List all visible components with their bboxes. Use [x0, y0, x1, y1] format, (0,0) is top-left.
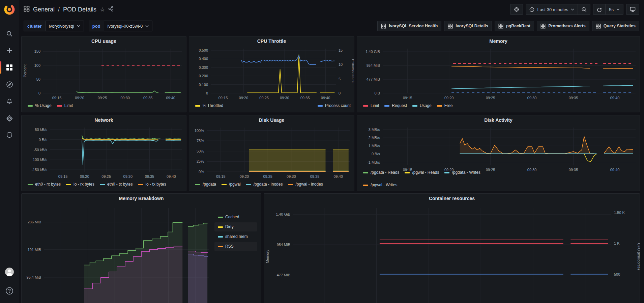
legend-item[interactable]: % Usage — [28, 102, 52, 109]
container-resources-chart[interactable]: 09:1509:2009:2509:3009:3509:400 B477 MiB… — [264, 194, 640, 303]
time-range-label: Last 30 minutes — [537, 7, 568, 12]
svg-text:25%: 25% — [197, 159, 204, 163]
memory-chart[interactable]: 09:1509:2009:2509:3009:3509:400 B477 MiB… — [357, 36, 640, 112]
legend-item[interactable]: /pgdata - Reads — [363, 169, 399, 176]
panel-title[interactable]: CPU Throttle — [189, 38, 354, 44]
panel-title[interactable]: Disk Usage — [189, 117, 354, 123]
svg-text:100%: 100% — [195, 129, 204, 133]
server-admin-shield-icon[interactable] — [0, 128, 19, 142]
kiosk-mode-button[interactable] — [626, 4, 639, 15]
refresh-button[interactable] — [593, 4, 606, 15]
legend-item[interactable]: eth0 - tx bytes — [100, 181, 133, 188]
svg-text:09:15: 09:15 — [218, 96, 228, 100]
legend-item[interactable]: /pgdata - Inodes — [246, 181, 283, 188]
legend-item[interactable]: Request — [384, 102, 407, 109]
chevron-down-icon — [77, 25, 80, 27]
legend-item[interactable]: Process count — [318, 102, 351, 109]
dashboard-link-button[interactable]: IvorySQLDetails — [444, 21, 492, 31]
dashboard-settings-button[interactable] — [510, 4, 523, 15]
legend-item[interactable]: /pgwal - Inodes — [288, 181, 323, 188]
panel-title[interactable]: Memory — [357, 38, 640, 44]
legend-item[interactable]: shared mem — [214, 232, 257, 241]
legend-label: % Usage — [35, 102, 52, 109]
dashboards-icon[interactable] — [0, 60, 19, 75]
dashboard-link-button[interactable]: Prometheus Alerts — [537, 21, 589, 31]
create-plus-icon[interactable] — [0, 43, 19, 58]
svg-text:5: 5 — [339, 77, 341, 81]
legend-item[interactable]: /pgwal — [222, 181, 241, 188]
zoom-out-button[interactable] — [578, 4, 590, 15]
svg-text:09:25: 09:25 — [98, 96, 107, 100]
time-range-picker[interactable]: Last 30 minutes — [526, 4, 578, 15]
legend-item[interactable]: /pgdata - Writes — [444, 169, 480, 176]
legend-item[interactable]: Limit — [57, 102, 73, 109]
legend-item[interactable]: RSS — [214, 242, 257, 251]
legend-swatch — [384, 105, 389, 107]
svg-text:09:40: 09:40 — [167, 174, 176, 178]
panel-title[interactable]: Network — [22, 117, 186, 123]
variable-cluster-value[interactable]: ivory:ivorysql — [45, 21, 84, 31]
dashboard-link-button[interactable]: Query Statistics — [592, 21, 639, 31]
legend-item[interactable]: /pgwal - Reads — [405, 169, 439, 176]
breadcrumb-section[interactable]: General — [33, 6, 55, 13]
legend-label: /pgwal - Writes — [371, 182, 397, 189]
alerting-bell-icon[interactable] — [0, 94, 19, 109]
svg-text:0 B/s: 0 B/s — [372, 152, 380, 156]
svg-text:0: 0 — [206, 91, 208, 95]
svg-text:50 kB/s: 50 kB/s — [35, 128, 47, 132]
legend-item[interactable]: Free — [437, 102, 453, 109]
gear-icon — [514, 7, 519, 12]
user-avatar[interactable] — [0, 265, 19, 279]
dashboard-link-button[interactable]: IvorySQL Service Health — [377, 21, 441, 31]
svg-text:954 MiB: 954 MiB — [277, 243, 290, 247]
svg-text:09:30: 09:30 — [123, 174, 133, 178]
legend-item[interactable]: eth0 - rx bytes — [28, 181, 61, 188]
svg-text:09:35: 09:35 — [310, 174, 320, 178]
refresh-interval-label: 5s — [609, 7, 614, 12]
svg-text:09:40: 09:40 — [610, 96, 620, 100]
legend-label: Request — [392, 102, 407, 109]
legend-item[interactable]: /pgwal - Writes — [363, 182, 397, 189]
svg-text:1 MB/s: 1 MB/s — [369, 144, 380, 148]
configuration-gear-icon[interactable] — [0, 111, 19, 126]
svg-text:09:20: 09:20 — [240, 174, 249, 178]
legend-item[interactable]: Dirty — [214, 222, 257, 231]
grafana-logo-icon[interactable] — [3, 3, 16, 16]
legend-item[interactable]: % Throttled — [195, 102, 223, 109]
legend-swatch — [218, 246, 223, 247]
svg-text:0.200: 0.200 — [199, 74, 208, 78]
panel-title[interactable]: Container resources — [264, 196, 640, 201]
svg-text:286 MiB: 286 MiB — [28, 220, 41, 224]
network-chart[interactable]: 09:1509:2009:2509:3009:3509:4050 kB/s0 B… — [22, 115, 186, 191]
legend-item[interactable]: /pgdata — [195, 181, 216, 188]
legend-item[interactable]: Limit — [363, 102, 379, 109]
svg-text:-150 kB/s: -150 kB/s — [32, 168, 48, 172]
breadcrumb-page[interactable]: POD Details — [63, 6, 96, 13]
legend-label: /pgdata - Inodes — [254, 181, 283, 188]
variable-pod-value[interactable]: ivorysql-00-z5wl-0 — [104, 21, 153, 31]
panel-title[interactable]: Disk Activity — [357, 117, 640, 123]
panel-title[interactable]: Memory Breakdown — [22, 196, 261, 201]
legend-item[interactable]: Cached — [214, 213, 257, 222]
share-icon[interactable] — [108, 6, 114, 13]
star-icon[interactable]: ☆ — [100, 6, 105, 13]
explore-compass-icon[interactable] — [0, 77, 19, 92]
svg-text:3 MB/s: 3 MB/s — [369, 128, 380, 132]
search-icon[interactable] — [0, 26, 19, 41]
svg-text:09:25: 09:25 — [486, 96, 495, 100]
help-icon[interactable] — [0, 283, 19, 298]
legend-item[interactable]: lo - tx bytes — [138, 181, 166, 188]
svg-text:50%: 50% — [197, 149, 204, 153]
legend-swatch — [405, 172, 410, 173]
cpu-usage-chart[interactable]: 09:1509:2009:2509:3009:3509:40050100150P… — [22, 36, 186, 112]
dashboard-link-button[interactable]: pgBackRest — [495, 21, 534, 31]
legend-item[interactable]: lo - rx bytes — [66, 181, 94, 188]
svg-text:09:30: 09:30 — [120, 96, 130, 100]
breadcrumb-separator: / — [58, 6, 60, 13]
disk-usage-chart[interactable]: 09:1509:2009:2509:3009:3509:400%25%50%75… — [189, 115, 354, 191]
refresh-interval-picker[interactable]: 5s — [606, 4, 623, 15]
legend-item[interactable]: Usage — [412, 102, 432, 109]
panel-title[interactable]: CPU usage — [22, 38, 186, 44]
cpu-throttle-chart[interactable]: 09:1509:2009:2509:3009:3509:4000.1000.20… — [189, 36, 354, 112]
legend-label: /pgwal - Reads — [412, 169, 439, 176]
